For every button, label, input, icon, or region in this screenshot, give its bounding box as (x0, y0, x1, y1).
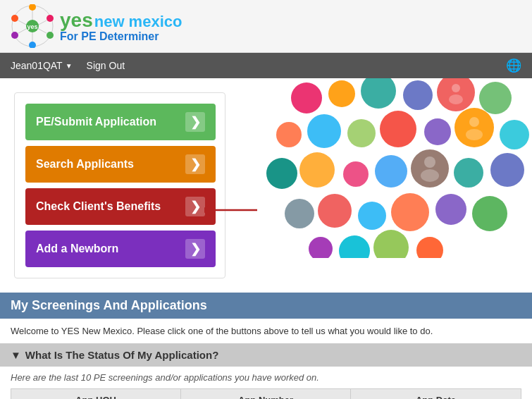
svg-point-42 (472, 196, 507, 231)
svg-text:yes: yes (27, 23, 37, 30)
status-title: What Is The Status Of My Application? (25, 349, 218, 361)
logo-container: yes yes new mexico For PE Determiner (11, 4, 182, 48)
svg-point-3 (47, 32, 54, 39)
svg-point-22 (479, 82, 512, 114)
svg-point-45 (373, 230, 409, 258)
svg-point-31 (299, 152, 335, 188)
svg-point-17 (291, 82, 322, 113)
status-section: ▼ What Is The Status Of My Application? … (0, 343, 532, 399)
svg-point-33 (375, 155, 407, 188)
svg-point-32 (343, 161, 369, 187)
svg-point-51 (424, 156, 435, 168)
menu-buttons-container: PE/Submit Application ❯ Search Applicant… (14, 92, 225, 278)
svg-point-43 (309, 237, 333, 258)
photo-collage (240, 78, 532, 258)
search-applicants-label: Search Applicants (36, 158, 134, 171)
col-app-hoh: App HOH (11, 389, 181, 399)
svg-point-40 (391, 193, 429, 231)
svg-point-29 (500, 120, 529, 149)
svg-point-23 (276, 122, 302, 147)
search-applicants-button[interactable]: Search Applicants ❯ (25, 146, 216, 183)
svg-point-44 (339, 235, 370, 258)
status-header[interactable]: ▼ What Is The Status Of My Application? (0, 343, 532, 367)
pe-submit-label: PE/Submit Application (36, 116, 156, 128)
svg-point-38 (318, 194, 352, 228)
svg-point-47 (452, 84, 460, 92)
logo-text: yes new mexico For PE Determiner (60, 9, 182, 43)
svg-point-5 (11, 32, 18, 39)
svg-point-39 (358, 202, 386, 230)
svg-line-12 (18, 20, 27, 25)
username-label: Jean01QAT (11, 60, 63, 71)
screenings-title: My Screenings And Applications (11, 298, 207, 312)
svg-point-2 (47, 15, 54, 22)
screenings-header: My Screenings And Applications (0, 293, 532, 319)
col-app-date: App Date (351, 389, 521, 399)
welcome-text: Welcome to YES New Mexico. Please click … (0, 319, 532, 343)
bubble-collage-svg (243, 78, 532, 258)
check-benefits-arrow-icon: ❯ (185, 197, 205, 216)
svg-point-4 (29, 42, 36, 48)
svg-point-6 (11, 15, 18, 22)
svg-point-20 (403, 80, 433, 110)
applications-table: App HOH App Number App Date (11, 388, 521, 399)
app-header: yes yes new mexico For PE Determiner (0, 0, 532, 53)
logo-icon: yes (11, 4, 54, 48)
svg-point-27 (424, 118, 451, 145)
check-benefits-button[interactable]: Check Client's Benefits ❯ (25, 188, 216, 225)
svg-line-8 (37, 20, 47, 25)
status-info-text: Here are the last 10 PE screenings and/o… (11, 372, 521, 383)
sign-out-link[interactable]: Sign Out (87, 60, 125, 71)
col-app-number: App Number (181, 389, 351, 399)
logo-nm: new mexico (94, 13, 183, 31)
svg-point-49 (469, 117, 479, 127)
welcome-message: Welcome to YES New Mexico. Please click … (11, 326, 433, 336)
bottom-section: My Screenings And Applications Welcome t… (0, 293, 532, 399)
svg-point-52 (421, 169, 439, 182)
svg-point-46 (416, 237, 443, 258)
svg-point-41 (435, 194, 466, 225)
svg-point-1 (29, 4, 36, 11)
language-globe-icon[interactable]: 🌐 (506, 58, 521, 73)
svg-line-9 (37, 28, 47, 33)
table-header-row: App HOH App Number App Date (11, 389, 521, 399)
check-benefits-label: Check Client's Benefits (36, 200, 161, 213)
search-applicants-arrow-icon: ❯ (185, 154, 205, 174)
svg-point-28 (454, 108, 494, 147)
svg-point-30 (266, 158, 297, 189)
logo-yes: yes (60, 9, 93, 32)
left-panel: PE/Submit Application ❯ Search Applicant… (0, 78, 240, 293)
status-body: Here are the last 10 PE screenings and/o… (0, 367, 532, 399)
svg-point-18 (328, 80, 355, 107)
add-newborn-button[interactable]: Add a Newborn ❯ (25, 231, 216, 267)
main-area: PE/Submit Application ❯ Search Applicant… (0, 78, 532, 293)
status-collapse-arrow-icon: ▼ (11, 349, 21, 361)
user-dropdown-arrow: ▼ (66, 62, 73, 70)
svg-point-50 (466, 129, 483, 140)
add-newborn-label: Add a Newborn (36, 243, 118, 255)
logo-subtitle: For PE Determiner (60, 30, 182, 43)
svg-point-19 (361, 78, 396, 109)
svg-point-35 (454, 158, 483, 188)
svg-point-24 (307, 114, 341, 148)
logo-brand: yes new mexico (60, 9, 182, 32)
pe-submit-button[interactable]: PE/Submit Application ❯ (25, 104, 216, 140)
arrow-indicator (204, 200, 261, 223)
svg-point-25 (347, 119, 376, 147)
pe-submit-arrow-icon: ❯ (185, 112, 205, 132)
svg-point-48 (449, 94, 463, 104)
svg-line-11 (18, 28, 27, 33)
add-newborn-arrow-icon: ❯ (185, 239, 205, 259)
user-menu[interactable]: Jean01QAT ▼ (11, 60, 73, 71)
svg-point-37 (285, 199, 314, 228)
navbar: Jean01QAT ▼ Sign Out 🌐 (0, 53, 532, 78)
svg-point-26 (380, 111, 416, 147)
svg-point-36 (490, 153, 524, 187)
